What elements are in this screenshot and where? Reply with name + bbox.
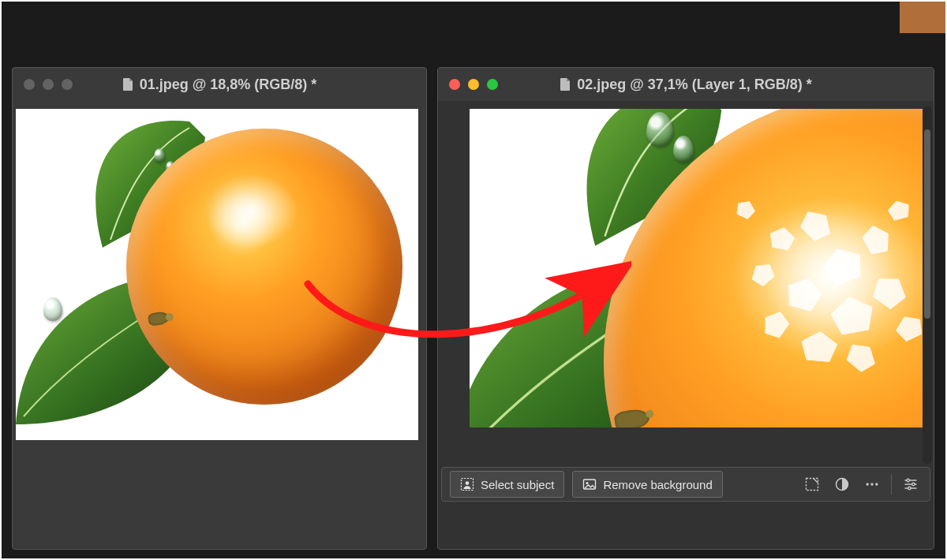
- close-button[interactable]: [24, 79, 35, 90]
- document-window-02: 02.jpeg @ 37,1% (Layer 1, RGB/8) *: [437, 67, 934, 550]
- document-title-text: 01.jpeg @ 18,8% (RGB/8) *: [140, 77, 317, 93]
- person-marquee-icon: [460, 477, 474, 491]
- close-button[interactable]: [449, 79, 460, 90]
- svg-point-6: [875, 483, 878, 485]
- button-label: Remove background: [603, 478, 712, 491]
- water-drop-illustration: [43, 297, 62, 321]
- canvas[interactable]: [470, 109, 926, 427]
- svg-point-2: [586, 482, 589, 484]
- svg-point-8: [912, 483, 915, 485]
- more-horizontal-icon: [863, 476, 881, 492]
- document-title-text: 02.jpeg @ 37,1% (Layer 1, RGB/8) *: [577, 77, 812, 93]
- water-drop-illustration: [646, 112, 673, 147]
- svg-point-9: [908, 487, 911, 489]
- select-subject-button[interactable]: Select subject: [450, 471, 564, 498]
- separator: [891, 474, 892, 495]
- svg-point-4: [867, 483, 869, 485]
- contextual-task-bar: Select subject Remove background: [441, 467, 930, 502]
- minimize-button[interactable]: [43, 79, 54, 90]
- window-controls: [449, 79, 498, 90]
- zoom-button[interactable]: [62, 79, 73, 90]
- document-window-01: 01.jpeg @ 18,8% (RGB/8) *: [12, 67, 427, 550]
- button-label: Select subject: [481, 478, 554, 491]
- image-icon: [582, 477, 597, 491]
- water-drop-illustration: [673, 136, 694, 162]
- create-adjustment-button[interactable]: [831, 473, 853, 495]
- adjust-contrast-icon: [834, 476, 850, 492]
- water-drop-illustration: [154, 148, 165, 162]
- canvas[interactable]: [16, 109, 418, 440]
- titlebar[interactable]: 01.jpeg @ 18,8% (RGB/8) *: [13, 68, 426, 101]
- crop-marquee-icon: [804, 476, 820, 492]
- vertical-scrollbar[interactable]: [923, 106, 932, 464]
- remove-background-button[interactable]: Remove background: [572, 471, 722, 498]
- scrollbar-thumb[interactable]: [924, 129, 930, 319]
- zoom-button[interactable]: [487, 79, 498, 90]
- svg-point-0: [466, 481, 470, 485]
- document-icon: [560, 78, 571, 91]
- document-title: 01.jpeg @ 18,8% (RGB/8) *: [122, 77, 317, 93]
- titlebar[interactable]: 02.jpeg @ 37,1% (Layer 1, RGB/8) *: [438, 68, 934, 101]
- svg-point-5: [870, 483, 873, 485]
- svg-point-7: [907, 479, 909, 481]
- bar-properties-button[interactable]: [900, 473, 922, 495]
- more-actions-button[interactable]: [861, 473, 883, 495]
- foreground-color-swatch[interactable]: [900, 2, 945, 33]
- window-controls: [24, 79, 73, 90]
- minimize-button[interactable]: [468, 79, 479, 90]
- document-title: 02.jpeg @ 37,1% (Layer 1, RGB/8) *: [560, 77, 812, 93]
- sliders-icon: [903, 476, 919, 492]
- orange-fruit-illustration: [126, 129, 402, 405]
- transform-selection-button[interactable]: [801, 473, 823, 495]
- document-icon: [122, 78, 133, 91]
